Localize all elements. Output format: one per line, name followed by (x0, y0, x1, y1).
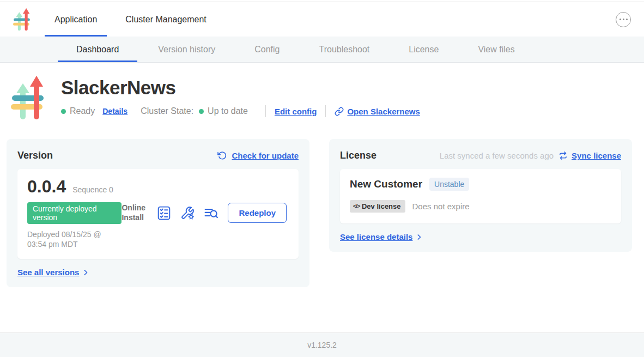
checklist-icon (157, 206, 171, 220)
subtab-config[interactable]: Config (235, 37, 299, 62)
code-icon: </> (353, 203, 360, 209)
install-type-label: Online Install (121, 203, 148, 222)
channel-badge: Unstable (429, 178, 469, 191)
refresh-icon (217, 151, 227, 160)
subtab-dashboard[interactable]: Dashboard (57, 37, 138, 62)
see-all-versions-link[interactable]: See all versions (17, 268, 89, 277)
license-type-badge: </> Dev license (350, 200, 405, 213)
divider (265, 105, 266, 117)
last-synced-label: Last synced a few seconds ago (440, 151, 554, 160)
app-status-label: Ready (70, 106, 95, 116)
top-nav: Application Cluster Management (0, 2, 644, 37)
console-version: v1.125.2 (307, 341, 337, 349)
app-header: SlackerNews Ready Details Cluster State:… (0, 63, 644, 120)
tab-application[interactable]: Application (54, 2, 97, 37)
external-link-icon (335, 107, 344, 116)
dashboard-cards: Version Check for update 0.0.4 Sequence … (7, 139, 632, 287)
open-slackernews-link[interactable]: Open Slackernews (335, 107, 420, 116)
license-panel: New Customer Unstable </> Dev license Do… (340, 169, 621, 223)
cluster-state-value: Up to date (208, 106, 248, 116)
page-title: SlackerNews (61, 77, 420, 99)
footer: v1.125.2 (0, 332, 644, 357)
check-for-update-label: Check for update (232, 151, 299, 160)
view-config-button[interactable] (180, 206, 195, 220)
subtab-troubleshoot[interactable]: Troubleshoot (299, 37, 389, 62)
preflight-checks-button[interactable] (157, 206, 171, 220)
license-type-label: Dev license (362, 202, 401, 210)
sync-icon (558, 151, 568, 160)
license-expiration: Does not expire (412, 202, 470, 211)
see-all-versions-label: See all versions (17, 268, 79, 277)
version-number: 0.0.4 (27, 177, 66, 197)
cluster-state-label: Cluster State: (141, 106, 193, 116)
see-license-details-link[interactable]: See license details (340, 232, 423, 241)
dashboard-main: SlackerNews Ready Details Cluster State:… (0, 63, 644, 332)
edit-config-link[interactable]: Edit config (275, 107, 317, 116)
check-for-update-link[interactable]: Check for update (217, 151, 299, 160)
lines-magnifier-icon (204, 206, 218, 220)
chevron-right-icon (415, 233, 423, 241)
cluster-state-dot (199, 109, 204, 114)
customer-name: New Customer (350, 178, 422, 190)
divider (325, 105, 326, 117)
sync-license-link[interactable]: Sync license (558, 151, 621, 160)
slackernews-app-icon (11, 76, 47, 120)
chevron-right-icon (82, 269, 89, 276)
see-license-details-label: See license details (340, 232, 412, 241)
open-slackernews-label: Open Slackernews (347, 107, 420, 116)
subtab-license[interactable]: License (389, 37, 458, 62)
subtab-version-history[interactable]: Version history (138, 37, 235, 62)
app-logo[interactable] (13, 2, 32, 37)
slackernews-logo-icon (13, 8, 32, 31)
redeploy-button[interactable]: Redeploy (228, 203, 287, 223)
tab-cluster-management[interactable]: Cluster Management (125, 2, 206, 37)
deployed-timestamp: Deployed 08/15/25 @ 03:54 pm MDT (27, 229, 121, 249)
version-card-title: Version (17, 150, 53, 161)
deployed-status-badge: Currently deployed version (27, 202, 121, 224)
sync-license-label: Sync license (572, 151, 621, 160)
version-actions: Online Install (121, 203, 289, 223)
sequence-label: Sequence 0 (72, 185, 113, 194)
version-card: Version Check for update 0.0.4 Sequence … (7, 139, 309, 287)
view-diff-button[interactable] (204, 206, 218, 220)
overflow-menu-button[interactable] (616, 12, 631, 27)
current-version-panel: 0.0.4 Sequence 0 Currently deployed vers… (17, 169, 299, 259)
wrench-gear-icon (180, 206, 195, 220)
app-status-dot (61, 109, 66, 114)
license-card: License Last synced a few seconds ago Sy… (329, 139, 632, 252)
app-sub-nav: Dashboard Version history Config Trouble… (0, 37, 644, 63)
subtab-view-files[interactable]: View files (458, 37, 534, 62)
ellipsis-icon (619, 19, 621, 20)
app-status-row: Ready Details Cluster State: Up to date … (61, 105, 420, 117)
status-details-link[interactable]: Details (102, 107, 127, 116)
license-card-title: License (340, 150, 376, 161)
